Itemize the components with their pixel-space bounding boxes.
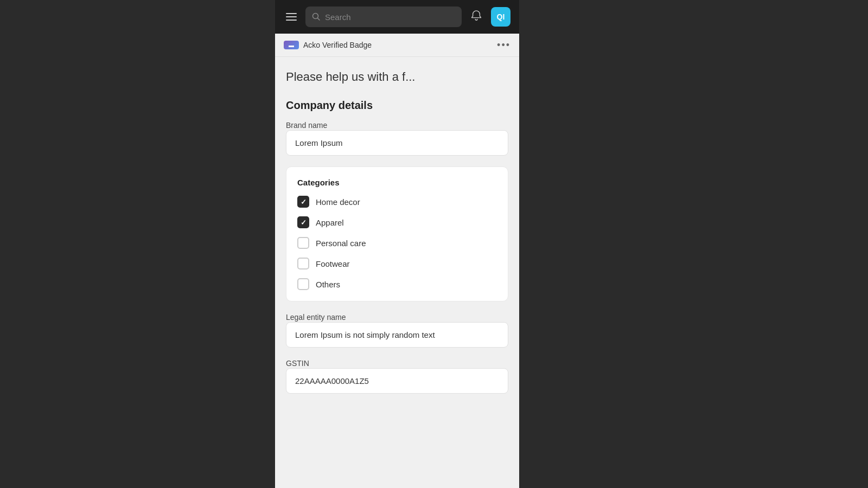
gstin-label: GSTIN (286, 359, 309, 368)
brand-name-input[interactable] (286, 130, 508, 156)
checkbox-footwear[interactable] (297, 258, 309, 269)
bell-icon (470, 10, 482, 22)
search-bar (305, 7, 462, 27)
checkbox-home-decor[interactable] (297, 196, 309, 208)
logo-area: Acko Verified Badge (284, 41, 372, 49)
legal-entity-label: Legal entity name (286, 313, 346, 322)
category-home-decor: Home decor (297, 196, 497, 208)
brand-name-label: Brand name (286, 121, 327, 130)
category-others-label: Others (316, 280, 340, 289)
search-input[interactable] (325, 12, 455, 22)
section-title: Company details (286, 99, 508, 112)
categories-title: Categories (297, 178, 497, 187)
category-home-decor-label: Home decor (316, 197, 360, 207)
category-footwear: Footwear (297, 258, 497, 269)
category-footwear-label: Footwear (316, 259, 350, 268)
menu-button[interactable] (284, 11, 299, 23)
acko-logo-icon (284, 41, 299, 49)
category-apparel-label: Apparel (316, 218, 344, 227)
category-personal-care: Personal care (297, 237, 497, 249)
categories-box: Categories Home decor Apparel Personal c… (286, 166, 508, 301)
search-icon (312, 12, 321, 21)
page-header: Acko Verified Badge ••• (275, 34, 519, 57)
checkbox-others[interactable] (297, 278, 309, 290)
avatar-button[interactable]: QI (491, 7, 510, 27)
svg-line-1 (318, 18, 320, 21)
checkbox-apparel[interactable] (297, 216, 309, 228)
main-content: Please help us with a f... Company detai… (275, 57, 519, 488)
top-navigation: QI (275, 0, 519, 34)
page-subtitle: Please help us with a f... (286, 70, 508, 84)
avatar-text: QI (497, 12, 505, 21)
category-personal-care-label: Personal care (316, 239, 366, 248)
more-options-button[interactable]: ••• (497, 40, 510, 50)
checkbox-personal-care[interactable] (297, 237, 309, 249)
brand-title: Acko Verified Badge (303, 41, 372, 49)
more-options-icon: ••• (497, 40, 510, 50)
category-apparel: Apparel (297, 216, 497, 228)
bell-button[interactable] (468, 8, 484, 27)
legal-entity-input[interactable] (286, 322, 508, 348)
category-others: Others (297, 278, 497, 290)
gstin-input[interactable] (286, 368, 508, 394)
